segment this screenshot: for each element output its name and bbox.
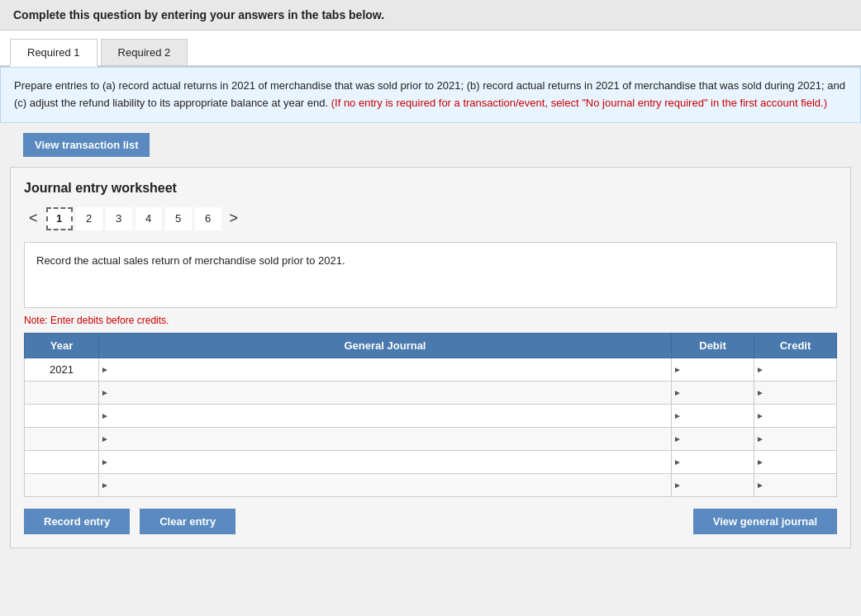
- page-num-2[interactable]: 2: [76, 207, 102, 230]
- debit-cell-4[interactable]: ►: [672, 427, 754, 450]
- credit-cell-4[interactable]: ►: [754, 427, 837, 450]
- debit-cell-6[interactable]: ►: [672, 473, 754, 496]
- page-num-3[interactable]: 3: [106, 207, 132, 230]
- arrow-indicator: ►: [756, 388, 764, 397]
- arrow-indicator: ►: [756, 434, 764, 443]
- year-cell-1: 2021: [25, 358, 99, 381]
- page-num-1[interactable]: 1: [46, 207, 73, 230]
- arrow-indicator: ►: [756, 365, 764, 374]
- worksheet-title: Journal entry worksheet: [24, 181, 837, 196]
- debit-input-3[interactable]: [672, 405, 754, 427]
- debit-input-1[interactable]: [672, 358, 754, 381]
- tab-required2[interactable]: Required 2: [101, 39, 188, 65]
- journal-input-3[interactable]: [99, 405, 671, 427]
- instruction-bar: Complete this question by entering your …: [0, 0, 861, 31]
- view-transaction-button[interactable]: View transaction list: [23, 133, 150, 157]
- journal-input-2[interactable]: [99, 381, 671, 404]
- tabs-row: Required 1 Required 2: [0, 31, 861, 67]
- instruction-text: Complete this question by entering your …: [13, 8, 384, 21]
- journal-cell-2[interactable]: ►: [99, 381, 672, 404]
- prev-page-arrow[interactable]: <: [24, 208, 43, 229]
- note-text: Note: Enter debits before credits.: [24, 315, 837, 326]
- year-cell-5: [25, 450, 99, 473]
- journal-input-5[interactable]: [99, 451, 671, 473]
- description-text: Record the actual sales return of mercha…: [36, 254, 345, 267]
- page-num-6[interactable]: 6: [195, 207, 221, 230]
- record-entry-button[interactable]: Record entry: [24, 509, 130, 534]
- col-header-year: Year: [25, 333, 99, 358]
- credit-input-5[interactable]: [754, 451, 836, 473]
- arrow-indicator: ►: [673, 481, 682, 490]
- debit-cell-2[interactable]: ►: [672, 381, 754, 404]
- credit-input-3[interactable]: [754, 405, 836, 427]
- col-header-journal: General Journal: [99, 333, 672, 358]
- debit-cell-5[interactable]: ►: [672, 450, 754, 473]
- table-row: ► ► ►: [25, 473, 837, 496]
- arrow-indicator: ►: [673, 365, 682, 374]
- table-row: ► ► ►: [25, 427, 837, 450]
- arrow-indicator: ►: [756, 481, 764, 490]
- credit-input-2[interactable]: [754, 381, 836, 404]
- arrow-indicator: ►: [673, 411, 682, 420]
- table-row: ► ► ►: [25, 404, 837, 427]
- debit-input-5[interactable]: [672, 451, 754, 473]
- col-header-debit: Debit: [672, 333, 754, 358]
- instruction-red-text: (If no entry is required for a transacti…: [331, 97, 827, 109]
- debit-cell-1[interactable]: ►: [672, 358, 754, 381]
- action-buttons-row: Record entry Clear entry View general jo…: [24, 509, 837, 534]
- journal-cell-5[interactable]: ►: [99, 450, 672, 473]
- credit-input-1[interactable]: [754, 358, 836, 381]
- year-cell-6: [25, 473, 99, 496]
- credit-input-6[interactable]: [754, 474, 836, 496]
- arrow-indicator: ►: [101, 365, 109, 374]
- arrow-indicator: ►: [756, 457, 764, 467]
- table-row: 2021 ► ► ►: [25, 358, 837, 381]
- journal-table: Year General Journal Debit Credit 2021 ►…: [24, 333, 837, 497]
- credit-cell-3[interactable]: ►: [754, 404, 837, 427]
- journal-cell-4[interactable]: ►: [99, 427, 672, 450]
- journal-input-1[interactable]: [99, 358, 671, 381]
- debit-input-4[interactable]: [672, 428, 754, 450]
- table-row: ► ► ►: [25, 450, 837, 473]
- arrow-indicator: ►: [101, 411, 109, 420]
- arrow-indicator: ►: [673, 434, 682, 443]
- instruction-detail-box: Prepare entries to (a) record actual ret…: [0, 67, 861, 123]
- year-cell-2: [25, 381, 99, 404]
- worksheet-container: Journal entry worksheet < 1 2 3 4 5 6 > …: [10, 167, 851, 548]
- journal-cell-6[interactable]: ►: [99, 473, 672, 496]
- arrow-indicator: ►: [101, 388, 109, 397]
- arrow-indicator: ►: [756, 411, 764, 420]
- year-cell-4: [25, 427, 99, 450]
- credit-cell-5[interactable]: ►: [754, 450, 837, 473]
- table-row: ► ► ►: [25, 381, 837, 404]
- debit-cell-3[interactable]: ►: [672, 404, 754, 427]
- arrow-indicator: ►: [101, 434, 109, 443]
- arrow-indicator: ►: [101, 481, 109, 490]
- debit-input-2[interactable]: [672, 381, 754, 404]
- tab-required1[interactable]: Required 1: [10, 39, 98, 67]
- arrow-indicator: ►: [101, 457, 109, 467]
- clear-entry-button[interactable]: Clear entry: [140, 509, 235, 534]
- next-page-arrow[interactable]: >: [225, 208, 244, 229]
- description-box: Record the actual sales return of mercha…: [24, 242, 837, 308]
- journal-input-4[interactable]: [99, 428, 671, 450]
- year-cell-3: [25, 404, 99, 427]
- credit-cell-2[interactable]: ►: [754, 381, 837, 404]
- credit-input-4[interactable]: [754, 428, 836, 450]
- credit-cell-1[interactable]: ►: [754, 358, 837, 381]
- arrow-indicator: ►: [673, 457, 682, 467]
- journal-cell-1[interactable]: ►: [99, 358, 672, 381]
- credit-cell-6[interactable]: ►: [754, 473, 837, 496]
- journal-input-6[interactable]: [99, 474, 671, 496]
- journal-cell-3[interactable]: ►: [99, 404, 672, 427]
- page-num-4[interactable]: 4: [136, 207, 162, 230]
- debit-input-6[interactable]: [672, 474, 754, 496]
- col-header-credit: Credit: [754, 333, 837, 358]
- page-num-5[interactable]: 5: [165, 207, 192, 230]
- arrow-indicator: ►: [673, 388, 682, 397]
- pagination-row: < 1 2 3 4 5 6 >: [24, 207, 837, 230]
- view-general-journal-button[interactable]: View general journal: [693, 509, 837, 534]
